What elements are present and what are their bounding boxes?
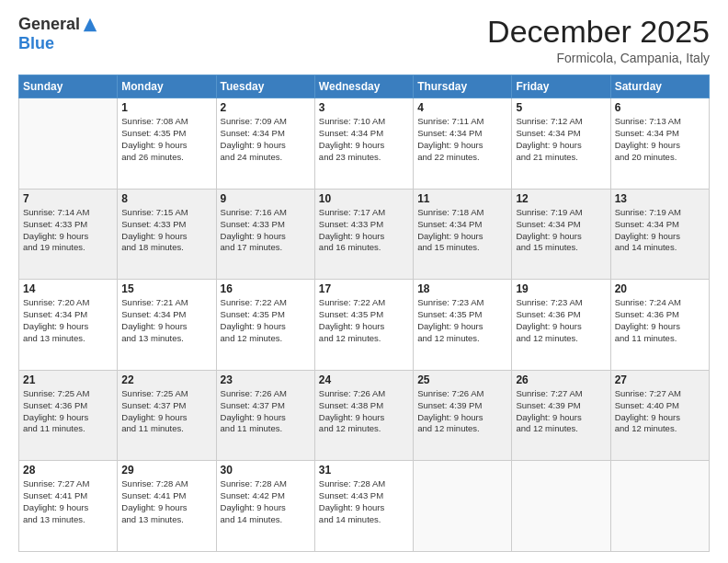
day-info: Sunrise: 7:18 AM Sunset: 4:34 PM Dayligh… xyxy=(417,207,507,254)
day-number: 8 xyxy=(121,192,211,205)
day-number: 13 xyxy=(615,192,705,205)
day-info: Sunrise: 7:08 AM Sunset: 4:35 PM Dayligh… xyxy=(121,116,211,163)
calendar-cell: 7Sunrise: 7:14 AM Sunset: 4:33 PM Daylig… xyxy=(19,189,118,280)
calendar-cell xyxy=(512,461,610,552)
day-info: Sunrise: 7:26 AM Sunset: 4:39 PM Dayligh… xyxy=(417,388,507,435)
day-number: 28 xyxy=(23,464,113,477)
day-number: 16 xyxy=(221,282,311,295)
day-info: Sunrise: 7:16 AM Sunset: 4:33 PM Dayligh… xyxy=(221,207,311,254)
day-info: Sunrise: 7:26 AM Sunset: 4:37 PM Dayligh… xyxy=(221,388,311,435)
calendar-cell: 3Sunrise: 7:10 AM Sunset: 4:34 PM Daylig… xyxy=(314,98,413,190)
day-info: Sunrise: 7:14 AM Sunset: 4:33 PM Dayligh… xyxy=(23,207,113,254)
day-info: Sunrise: 7:12 AM Sunset: 4:34 PM Dayligh… xyxy=(516,116,606,163)
day-number: 21 xyxy=(23,373,113,386)
day-info: Sunrise: 7:20 AM Sunset: 4:34 PM Dayligh… xyxy=(23,297,113,344)
calendar-cell: 28Sunrise: 7:27 AM Sunset: 4:41 PM Dayli… xyxy=(19,461,118,552)
weekday-header: Tuesday xyxy=(216,75,314,98)
day-number: 10 xyxy=(319,192,409,205)
weekday-header: Thursday xyxy=(414,75,512,98)
day-number: 24 xyxy=(319,373,409,386)
calendar-cell: 10Sunrise: 7:17 AM Sunset: 4:33 PM Dayli… xyxy=(314,189,413,280)
weekday-header: Saturday xyxy=(610,75,709,98)
day-number: 22 xyxy=(121,373,211,386)
day-number: 5 xyxy=(516,101,606,114)
calendar-cell: 18Sunrise: 7:23 AM Sunset: 4:35 PM Dayli… xyxy=(414,280,512,371)
day-info: Sunrise: 7:21 AM Sunset: 4:34 PM Dayligh… xyxy=(121,297,211,344)
logo-blue: Blue xyxy=(18,34,54,53)
calendar-cell: 13Sunrise: 7:19 AM Sunset: 4:34 PM Dayli… xyxy=(610,189,709,280)
calendar-cell: 5Sunrise: 7:12 AM Sunset: 4:34 PM Daylig… xyxy=(512,98,610,190)
calendar-cell: 24Sunrise: 7:26 AM Sunset: 4:38 PM Dayli… xyxy=(314,370,413,461)
calendar-week-row: 7Sunrise: 7:14 AM Sunset: 4:33 PM Daylig… xyxy=(19,189,710,280)
day-number: 25 xyxy=(417,373,507,386)
day-info: Sunrise: 7:27 AM Sunset: 4:41 PM Dayligh… xyxy=(23,478,113,525)
day-info: Sunrise: 7:26 AM Sunset: 4:38 PM Dayligh… xyxy=(319,388,409,435)
calendar-cell: 11Sunrise: 7:18 AM Sunset: 4:34 PM Dayli… xyxy=(414,189,512,280)
logo-icon xyxy=(82,17,98,33)
calendar-cell: 16Sunrise: 7:22 AM Sunset: 4:35 PM Dayli… xyxy=(216,280,314,371)
day-info: Sunrise: 7:15 AM Sunset: 4:33 PM Dayligh… xyxy=(121,207,211,254)
calendar-week-row: 1Sunrise: 7:08 AM Sunset: 4:35 PM Daylig… xyxy=(19,98,710,190)
day-number: 7 xyxy=(23,192,113,205)
calendar-cell: 9Sunrise: 7:16 AM Sunset: 4:33 PM Daylig… xyxy=(216,189,314,280)
day-number: 9 xyxy=(221,192,311,205)
calendar-cell: 21Sunrise: 7:25 AM Sunset: 4:36 PM Dayli… xyxy=(19,370,118,461)
calendar-cell: 23Sunrise: 7:26 AM Sunset: 4:37 PM Dayli… xyxy=(216,370,314,461)
calendar-header-row: SundayMondayTuesdayWednesdayThursdayFrid… xyxy=(19,75,710,98)
day-info: Sunrise: 7:28 AM Sunset: 4:42 PM Dayligh… xyxy=(221,478,311,525)
day-info: Sunrise: 7:22 AM Sunset: 4:35 PM Dayligh… xyxy=(221,297,311,344)
calendar-cell: 4Sunrise: 7:11 AM Sunset: 4:34 PM Daylig… xyxy=(414,98,512,190)
day-number: 31 xyxy=(319,464,409,477)
svg-marker-0 xyxy=(84,17,97,30)
calendar-cell xyxy=(414,461,512,552)
calendar-cell: 26Sunrise: 7:27 AM Sunset: 4:39 PM Dayli… xyxy=(512,370,610,461)
day-number: 19 xyxy=(516,282,606,295)
calendar-cell: 25Sunrise: 7:26 AM Sunset: 4:39 PM Dayli… xyxy=(414,370,512,461)
day-info: Sunrise: 7:25 AM Sunset: 4:37 PM Dayligh… xyxy=(121,388,211,435)
day-number: 29 xyxy=(121,464,211,477)
day-number: 14 xyxy=(23,282,113,295)
calendar-cell: 8Sunrise: 7:15 AM Sunset: 4:33 PM Daylig… xyxy=(118,189,216,280)
day-info: Sunrise: 7:17 AM Sunset: 4:33 PM Dayligh… xyxy=(319,207,409,254)
day-number: 27 xyxy=(615,373,705,386)
day-number: 23 xyxy=(221,373,311,386)
calendar-cell xyxy=(19,98,118,190)
logo: General Blue xyxy=(18,15,98,53)
weekday-header: Friday xyxy=(512,75,610,98)
day-number: 18 xyxy=(417,282,507,295)
header: General Blue December 2025 Formicola, Ca… xyxy=(18,15,710,65)
day-info: Sunrise: 7:19 AM Sunset: 4:34 PM Dayligh… xyxy=(615,207,705,254)
calendar-week-row: 21Sunrise: 7:25 AM Sunset: 4:36 PM Dayli… xyxy=(19,370,710,461)
calendar-cell: 17Sunrise: 7:22 AM Sunset: 4:35 PM Dayli… xyxy=(314,280,413,371)
calendar-table: SundayMondayTuesdayWednesdayThursdayFrid… xyxy=(18,75,710,552)
month-title: December 2025 xyxy=(487,15,710,49)
day-number: 11 xyxy=(417,192,507,205)
calendar-cell: 29Sunrise: 7:28 AM Sunset: 4:41 PM Dayli… xyxy=(118,461,216,552)
day-number: 4 xyxy=(417,101,507,114)
calendar-week-row: 28Sunrise: 7:27 AM Sunset: 4:41 PM Dayli… xyxy=(19,461,710,552)
day-number: 30 xyxy=(221,464,311,477)
day-info: Sunrise: 7:23 AM Sunset: 4:36 PM Dayligh… xyxy=(516,297,606,344)
logo-general: General xyxy=(18,15,80,34)
day-info: Sunrise: 7:25 AM Sunset: 4:36 PM Dayligh… xyxy=(23,388,113,435)
day-info: Sunrise: 7:22 AM Sunset: 4:35 PM Dayligh… xyxy=(319,297,409,344)
calendar-week-row: 14Sunrise: 7:20 AM Sunset: 4:34 PM Dayli… xyxy=(19,280,710,371)
day-number: 20 xyxy=(615,282,705,295)
day-info: Sunrise: 7:27 AM Sunset: 4:40 PM Dayligh… xyxy=(615,388,705,435)
day-number: 12 xyxy=(516,192,606,205)
calendar-cell: 2Sunrise: 7:09 AM Sunset: 4:34 PM Daylig… xyxy=(216,98,314,190)
day-number: 17 xyxy=(319,282,409,295)
calendar-cell: 15Sunrise: 7:21 AM Sunset: 4:34 PM Dayli… xyxy=(118,280,216,371)
day-info: Sunrise: 7:19 AM Sunset: 4:34 PM Dayligh… xyxy=(516,207,606,254)
calendar-cell: 12Sunrise: 7:19 AM Sunset: 4:34 PM Dayli… xyxy=(512,189,610,280)
calendar-cell: 1Sunrise: 7:08 AM Sunset: 4:35 PM Daylig… xyxy=(118,98,216,190)
day-info: Sunrise: 7:09 AM Sunset: 4:34 PM Dayligh… xyxy=(221,116,311,163)
day-number: 15 xyxy=(121,282,211,295)
calendar-cell: 30Sunrise: 7:28 AM Sunset: 4:42 PM Dayli… xyxy=(216,461,314,552)
day-info: Sunrise: 7:11 AM Sunset: 4:34 PM Dayligh… xyxy=(417,116,507,163)
day-number: 26 xyxy=(516,373,606,386)
calendar-cell: 19Sunrise: 7:23 AM Sunset: 4:36 PM Dayli… xyxy=(512,280,610,371)
calendar-cell: 27Sunrise: 7:27 AM Sunset: 4:40 PM Dayli… xyxy=(610,370,709,461)
calendar-cell: 6Sunrise: 7:13 AM Sunset: 4:34 PM Daylig… xyxy=(610,98,709,190)
title-block: December 2025 Formicola, Campania, Italy xyxy=(487,15,710,65)
